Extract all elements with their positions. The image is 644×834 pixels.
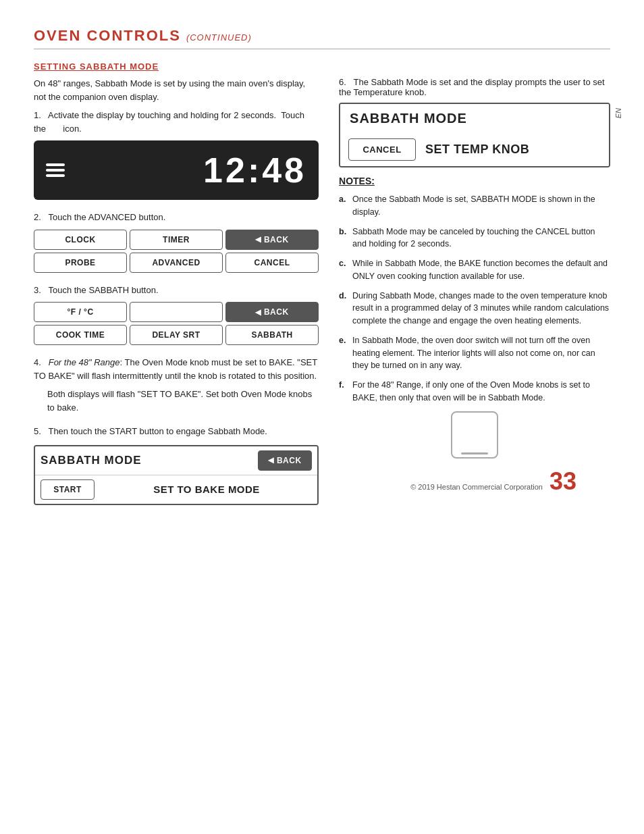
fahrenheit-button[interactable]: °F / °C — [34, 302, 127, 322]
step-3-number: 3. — [34, 285, 41, 295]
note-text-e: In Sabbath Mode, the oven door switch wi… — [352, 334, 610, 372]
icon-line-2 — [46, 169, 65, 172]
display-time: 12:48 — [74, 150, 306, 190]
step-1: 1. Activate the display by touching and … — [34, 109, 319, 200]
step-5-text: 5. Then touch the START button to engage… — [34, 425, 319, 438]
page-subtitle: (CONTINUED) — [186, 32, 252, 43]
note-letter-e: e. — [339, 334, 348, 372]
step-5: 5. Then touch the START button to engage… — [34, 425, 319, 505]
step-4: 4. For the 48" Range: The Oven Mode knob… — [34, 356, 319, 414]
icon-line-1 — [46, 163, 65, 166]
sabbath-set-box: SABBATH MODE CANCEL SET TEMP KNOB — [339, 103, 610, 167]
step-4-italic: For the 48" Range — [49, 357, 120, 367]
sabbath-set-title: SABBATH MODE — [340, 104, 609, 133]
step-3-text: 3. Touch the SABBATH button. — [34, 284, 319, 297]
note-letter-c: c. — [339, 257, 348, 283]
knob-line — [461, 452, 488, 454]
cancel-button-2[interactable]: CANCEL — [348, 138, 416, 161]
step-2: 2. Touch the ADVANCED button. CLOCK TIME… — [34, 211, 319, 273]
note-b: b. Sabbath Mode may be canceled by touch… — [339, 226, 610, 251]
button-grid-2: CLOCK TIMER BACK PROBE ADVANCED CANCEL — [34, 230, 319, 273]
step-5-number: 5. — [34, 426, 41, 436]
back-button-1[interactable]: BACK — [225, 230, 319, 250]
step-2-text: 2. Touch the ADVANCED button. — [34, 211, 319, 224]
step-4-subtext: Both displays will flash "SET TO BAKE". … — [47, 388, 319, 414]
icon-lines — [46, 163, 65, 177]
step-6-number: 6. — [339, 77, 346, 87]
page-header: OVEN CONTROLS (CONTINUED) — [34, 27, 610, 49]
set-bake-mode-label: SET TO BAKE MODE — [101, 484, 312, 495]
note-f: f. For the 48" Range, if only one of the… — [339, 379, 610, 405]
knob-illustration — [451, 411, 498, 459]
button-grid-3: °F / °C BACK COOK TIME DELAY SRT SABBATH — [34, 302, 319, 345]
step-4-text: 4. For the 48" Range: The Oven Mode knob… — [34, 356, 319, 382]
note-text-a: Once the Sabbath Mode is set, SABBATH MO… — [352, 193, 610, 219]
empty-slot — [130, 302, 223, 322]
step-1-number: 1. — [34, 110, 41, 120]
intro-text: On 48" ranges, Sabbath Mode is set by us… — [34, 77, 319, 103]
section-title: SETTING SABBATH MODE — [34, 61, 610, 72]
notes-title: NOTES: — [339, 176, 610, 186]
note-text-c: While in Sabbath Mode, the BAKE function… — [352, 257, 610, 283]
sabbath-controls-row: START SET TO BAKE MODE — [35, 475, 317, 504]
page-number: 33 — [549, 467, 576, 496]
step-3: 3. Touch the SABBATH button. °F / °C BAC… — [34, 284, 319, 346]
note-letter-f: f. — [339, 379, 348, 405]
advanced-button[interactable]: ADVANCED — [130, 253, 223, 273]
step-4-number: 4. — [34, 357, 41, 367]
note-letter-a: a. — [339, 193, 348, 219]
step-6-text: The Sabbath Mode is set and the display … — [339, 77, 605, 97]
oven-display: 12:48 — [34, 140, 319, 200]
delay-srt-button[interactable]: DELAY SRT — [130, 325, 223, 345]
en-badge: EN — [614, 108, 622, 118]
clock-button[interactable]: CLOCK — [34, 230, 127, 250]
sabbath-button[interactable]: SABBATH — [225, 325, 319, 345]
step-2-number: 2. — [34, 212, 41, 222]
note-c: c. While in Sabbath Mode, the BAKE funct… — [339, 257, 610, 283]
copyright-text: © 2019 Hestan Commercial Corporation — [410, 483, 543, 491]
start-button[interactable]: START — [41, 479, 95, 500]
sabbath-set-controls: CANCEL SET TEMP KNOB — [340, 133, 609, 166]
sabbath-header: SABBATH MODE BACK — [35, 446, 317, 475]
note-letter-d: d. — [339, 290, 348, 328]
page-title: OVEN CONTROLS — [34, 27, 181, 45]
set-temp-knob-label: SET TEMP KNOB — [425, 142, 529, 157]
back-button-2[interactable]: BACK — [225, 302, 319, 322]
left-column: On 48" ranges, Sabbath Mode is set by us… — [34, 77, 319, 516]
note-letter-b: b. — [339, 226, 348, 251]
note-a: a. Once the Sabbath Mode is set, SABBATH… — [339, 193, 610, 219]
icon-line-3 — [46, 174, 65, 177]
note-e: e. In Sabbath Mode, the oven door switch… — [339, 334, 610, 372]
probe-button[interactable]: PROBE — [34, 253, 127, 273]
notes-list: a. Once the Sabbath Mode is set, SABBATH… — [339, 193, 610, 405]
step-1-text: 1. Activate the display by touching and … — [34, 109, 319, 135]
back-button-3[interactable]: BACK — [258, 450, 312, 471]
sabbath-full-display: SABBATH MODE BACK START SET TO BAKE MODE — [34, 445, 319, 505]
right-column: 6. The Sabbath Mode is set and the displ… — [339, 77, 610, 516]
page-footer: © 2019 Hestan Commercial Corporation 33 — [410, 467, 576, 496]
note-text-f: For the 48" Range, if only one of the Ov… — [352, 379, 610, 405]
note-d: d. During Sabbath Mode, changes made to … — [339, 290, 610, 328]
sabbath-mode-title: SABBATH MODE — [41, 454, 142, 467]
cook-time-button[interactable]: COOK TIME — [34, 325, 127, 345]
note-text-d: During Sabbath Mode, changes made to the… — [352, 290, 610, 328]
timer-button[interactable]: TIMER — [130, 230, 223, 250]
menu-icon — [46, 162, 65, 178]
cancel-button-1[interactable]: CANCEL — [225, 253, 319, 273]
note-text-b: Sabbath Mode may be canceled by touching… — [352, 226, 610, 251]
